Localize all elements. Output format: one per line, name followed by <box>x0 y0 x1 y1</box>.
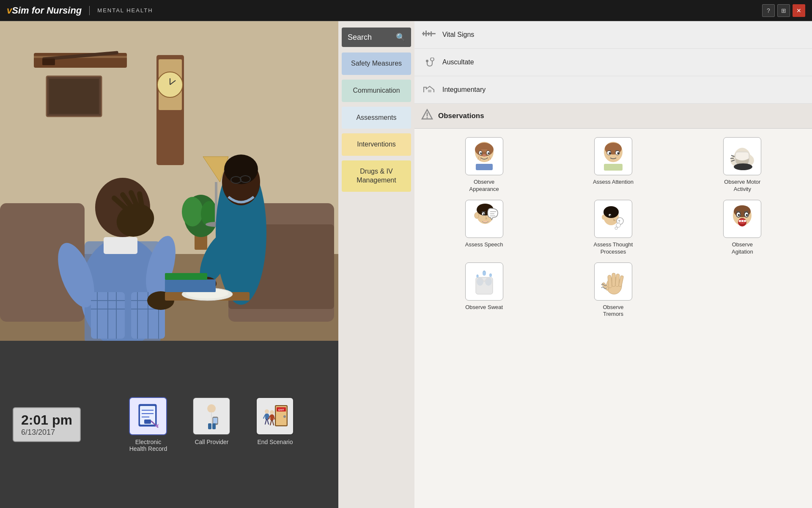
svg-point-141 <box>483 213 485 215</box>
svg-point-150 <box>609 215 611 216</box>
obs-label-attention: Assess Attention <box>593 179 634 186</box>
obs-label-tremors: Observe Tremors <box>592 304 634 318</box>
brand-divider <box>89 6 90 15</box>
svg-rect-77 <box>208 423 211 429</box>
svg-rect-5 <box>42 58 55 65</box>
obs-item-agitation[interactable]: Observe Agitation <box>681 200 804 256</box>
current-time: 2:01 pm <box>21 412 72 428</box>
svg-rect-165 <box>739 220 741 222</box>
vital-signs-icon <box>421 27 436 42</box>
svg-rect-91 <box>270 414 274 420</box>
svg-line-95 <box>272 420 274 425</box>
obs-item-tremors[interactable]: Observe Tremors <box>552 262 674 318</box>
observations-title: Observations <box>438 112 484 120</box>
assessments-label: Assessments <box>356 114 396 121</box>
svg-point-169 <box>477 277 483 286</box>
svg-point-72 <box>207 404 216 413</box>
obs-label-agitation: Observe Agitation <box>721 241 763 256</box>
svg-line-88 <box>265 420 266 424</box>
svg-rect-62 <box>165 279 216 292</box>
svg-rect-63 <box>165 273 207 280</box>
time-display: 2:01 pm 6/13/2017 <box>13 407 81 442</box>
interventions-label: Interventions <box>357 141 396 148</box>
svg-point-84 <box>265 409 269 414</box>
sidebar-item-interventions[interactable]: Interventions <box>342 133 411 156</box>
brand-logo: vSim for Nursing Mental Health <box>7 5 153 16</box>
integumentary-label: Integumentary <box>442 86 486 94</box>
window-controls: ? ⊞ ✕ <box>762 4 805 17</box>
ehr-icon <box>129 397 167 435</box>
vital-signs-row[interactable]: Vital Signs <box>414 21 812 49</box>
resize-button[interactable]: ⊞ <box>777 4 790 17</box>
main-content: 2:01 pm 6/13/2017 <box>0 21 812 508</box>
svg-line-93 <box>274 416 274 419</box>
help-button[interactable]: ? <box>762 4 775 17</box>
sidebar-item-communication[interactable]: Communication <box>342 80 411 102</box>
svg-point-126 <box>617 152 619 155</box>
obs-img-speech <box>465 200 503 238</box>
obs-item-thought[interactable]: ? Assess Thought Processes <box>552 200 674 256</box>
svg-point-139 <box>475 213 479 218</box>
app-title: vSim for Nursing <box>7 5 82 16</box>
obs-label-thought: Assess Thought Processes <box>592 241 634 256</box>
obs-img-motor <box>723 137 761 175</box>
svg-rect-166 <box>741 220 743 222</box>
end-scenario-button[interactable]: EXIT <box>256 397 294 452</box>
svg-point-147 <box>604 206 619 218</box>
close-button[interactable]: ✕ <box>793 4 805 17</box>
svg-line-36 <box>140 194 142 205</box>
integumentary-row[interactable]: Integumentary <box>414 76 812 104</box>
search-bar[interactable]: Search 🔍 <box>342 28 411 47</box>
auscultate-row[interactable]: Auscultate <box>414 49 812 76</box>
svg-line-89 <box>267 420 269 424</box>
obs-label-appearance: Observe Appearance <box>463 179 505 193</box>
obs-item-sweat[interactable]: Observe Sweat <box>423 262 545 318</box>
svg-rect-78 <box>212 423 216 429</box>
brand-v: v <box>7 5 12 16</box>
svg-rect-97 <box>423 32 424 36</box>
obs-label-motor: Observe Motor Activity <box>721 179 763 193</box>
action-buttons: ElectronicHealth Record <box>129 397 294 452</box>
ehr-label: ElectronicHealth Record <box>129 439 167 452</box>
obs-item-appearance[interactable]: Observe Appearance <box>423 137 545 193</box>
observations-header: Observations <box>414 104 812 129</box>
search-label: Search <box>348 33 372 42</box>
observations-icon <box>421 109 433 123</box>
svg-rect-69 <box>144 420 151 424</box>
svg-rect-98 <box>425 30 427 36</box>
scene-svg <box>0 21 338 341</box>
content-area: Vital Signs Auscultate <box>414 21 812 508</box>
drugs-label: Drugs & IV Management <box>357 168 396 184</box>
svg-rect-85 <box>265 414 269 420</box>
call-provider-icon <box>192 397 230 435</box>
call-provider-button[interactable]: Call Provider <box>192 397 230 452</box>
svg-point-81 <box>283 415 286 418</box>
end-scenario-label: End Scenario <box>257 439 293 445</box>
integumentary-icon <box>421 82 436 97</box>
svg-point-125 <box>609 152 611 155</box>
obs-item-motor[interactable]: Observe Motor Activity <box>681 137 804 193</box>
search-icon: 🔍 <box>396 33 405 42</box>
svg-point-160 <box>746 214 748 216</box>
sidebar-item-drugs[interactable]: Drugs & IV Management <box>342 160 411 192</box>
svg-rect-76 <box>213 418 217 423</box>
obs-img-sweat <box>465 262 503 301</box>
svg-rect-100 <box>431 31 432 36</box>
svg-point-112 <box>488 152 489 154</box>
svg-point-113 <box>483 154 486 157</box>
title-bar: vSim for Nursing Mental Health ? ⊞ ✕ <box>0 0 812 21</box>
svg-rect-7 <box>49 79 99 114</box>
svg-point-111 <box>480 152 482 154</box>
obs-item-speech[interactable]: Assess Speech <box>423 200 545 256</box>
obs-img-attention <box>594 137 632 175</box>
svg-line-94 <box>270 420 272 425</box>
svg-rect-99 <box>428 32 429 36</box>
call-provider-label: Call Provider <box>195 439 228 445</box>
sidebar-item-safety[interactable]: Safety Measures <box>342 52 411 75</box>
sidebar-item-assessments[interactable]: Assessments <box>342 107 411 129</box>
obs-item-attention[interactable]: Assess Attention <box>552 137 674 193</box>
ehr-button[interactable]: ElectronicHealth Record <box>129 397 167 452</box>
svg-point-15 <box>182 197 203 226</box>
svg-text:?: ? <box>618 219 620 224</box>
svg-rect-129 <box>604 164 623 171</box>
